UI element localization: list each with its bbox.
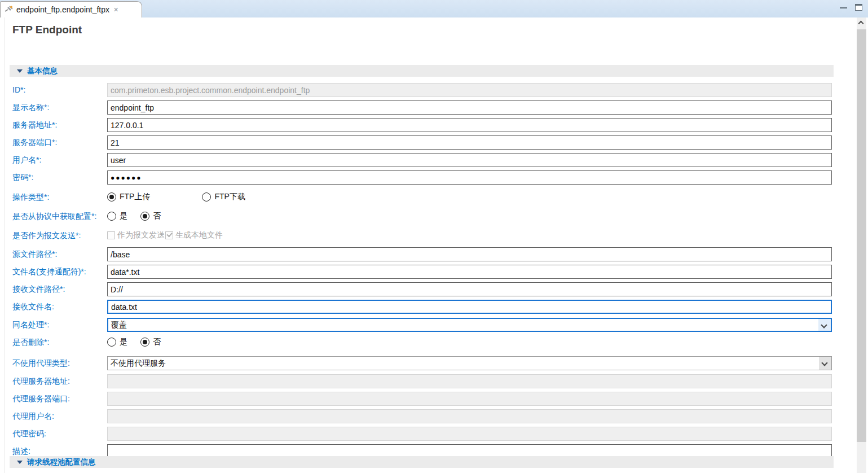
form-left-border (5, 17, 5, 473)
radio-ftp-upload[interactable] (107, 192, 116, 202)
label-description: 描述: (12, 446, 30, 457)
radio-ftp-download[interactable] (202, 192, 211, 202)
minimize-view-icon[interactable] (840, 6, 847, 8)
label-proxy-type: 不使用代理类型: (12, 358, 70, 369)
label-receive-file-name: 接收文件名: (12, 302, 54, 312)
checkbox-generate-local-file-label: 生成本地文件 (175, 230, 223, 240)
proxy-password-field (107, 427, 832, 441)
tab-close-icon[interactable]: ✕ (113, 7, 118, 13)
page-title: FTP Endpoint (12, 24, 82, 36)
radio-protocol-no-label[interactable]: 否 (153, 211, 161, 221)
radio-delete-yes[interactable] (107, 338, 116, 347)
maximize-view-icon[interactable] (855, 4, 862, 11)
label-proxy-address: 代理服务器地址: (12, 376, 70, 387)
radio-delete-no[interactable] (140, 338, 149, 347)
radio-delete-yes-label[interactable]: 是 (120, 337, 127, 347)
radio-protocol-yes[interactable] (107, 212, 116, 221)
label-display-name: 显示名称*: (12, 103, 49, 113)
label-config-from-protocol: 是否从协议中获取配置*: (12, 212, 96, 222)
checkbox-send-as-message-label: 作为报文发送 (117, 230, 165, 240)
dropdown-button[interactable] (818, 319, 831, 331)
editor-tab-bar: endpoint_ftp.endpoint_ftpx ✕ (0, 0, 868, 17)
server-port-field[interactable] (107, 135, 832, 150)
password-field[interactable] (107, 170, 832, 185)
section-thread-pool-title: 请求线程池配置信息 (27, 457, 96, 467)
label-delete-flag: 是否删除*: (12, 338, 49, 348)
collapse-triangle-icon (17, 69, 23, 73)
radio-protocol-no[interactable] (140, 212, 149, 221)
send-as-message-group: 作为报文发送 生成本地文件 (107, 231, 223, 240)
username-field[interactable] (107, 153, 832, 167)
same-name-handling-value: 覆盖 (108, 320, 818, 330)
id-field (107, 83, 832, 97)
proxy-port-field (107, 392, 832, 406)
proxy-username-field (107, 409, 832, 423)
delete-flag-group: 是 否 (107, 337, 161, 347)
label-id: ID*: (12, 85, 25, 94)
proxy-address-field (107, 374, 832, 388)
label-server-port: 服务器端口*: (12, 138, 57, 148)
chevron-down-icon (821, 360, 827, 366)
collapse-triangle-icon (17, 461, 23, 464)
dropdown-button[interactable] (819, 357, 831, 370)
label-same-name-handling: 同名处理*: (12, 320, 49, 330)
label-file-name: 文件名(支持通配符)*: (12, 267, 86, 277)
label-operation-type: 操作类型*: (12, 192, 49, 203)
label-username: 用户名*: (12, 155, 41, 165)
ftp-endpoint-form: FTP Endpoint 基本信息 ID*: 显示名称*: 服务器地址*: 服务… (0, 17, 857, 473)
vertical-scrollbar[interactable] (857, 17, 866, 473)
file-name-field[interactable] (107, 265, 832, 279)
scrollbar-thumb[interactable] (857, 29, 866, 442)
source-path-field[interactable] (107, 247, 832, 261)
label-proxy-password: 代理密码: (12, 429, 46, 439)
chevron-down-icon (821, 322, 827, 328)
operation-type-group: FTP上传 FTP下载 (107, 192, 245, 202)
receive-file-name-field[interactable] (107, 300, 832, 314)
receive-path-field[interactable] (107, 282, 832, 296)
proxy-type-select[interactable]: 不使用代理服务 (107, 356, 832, 370)
endpoint-plug-icon (5, 5, 14, 14)
label-password: 密码*: (12, 173, 33, 183)
label-proxy-username: 代理用户名: (12, 411, 54, 422)
label-proxy-port: 代理服务器端口: (12, 394, 70, 404)
chevron-up-icon (858, 21, 864, 27)
config-from-protocol-group: 是 否 (107, 211, 161, 221)
same-name-handling-select[interactable]: 覆盖 (107, 318, 832, 332)
label-source-path: 源文件路径*: (12, 249, 57, 260)
proxy-type-value: 不使用代理服务 (108, 358, 819, 369)
radio-ftp-upload-label[interactable]: FTP上传 (120, 192, 150, 202)
server-address-field[interactable] (107, 118, 832, 132)
tab-endpoint-ftp[interactable]: endpoint_ftp.endpoint_ftpx ✕ (0, 1, 142, 17)
section-basic-info[interactable]: 基本信息 (10, 65, 834, 77)
radio-delete-no-label[interactable]: 否 (153, 337, 161, 347)
radio-ftp-download-label[interactable]: FTP下载 (214, 192, 245, 202)
section-basic-title: 基本信息 (27, 66, 58, 76)
label-server-address: 服务器地址*: (12, 120, 57, 130)
label-send-as-message: 是否作为报文发送*: (12, 231, 81, 241)
checkbox-generate-local-file (165, 231, 173, 239)
display-name-field[interactable] (107, 100, 832, 115)
checkbox-send-as-message (107, 231, 115, 239)
scrollbar-up-button[interactable] (857, 17, 866, 27)
section-thread-pool[interactable]: 请求线程池配置信息 (10, 456, 834, 468)
radio-protocol-yes-label[interactable]: 是 (120, 211, 127, 221)
tab-title: endpoint_ftp.endpoint_ftpx (16, 5, 109, 14)
label-receive-path: 接收文件路径*: (12, 284, 65, 295)
